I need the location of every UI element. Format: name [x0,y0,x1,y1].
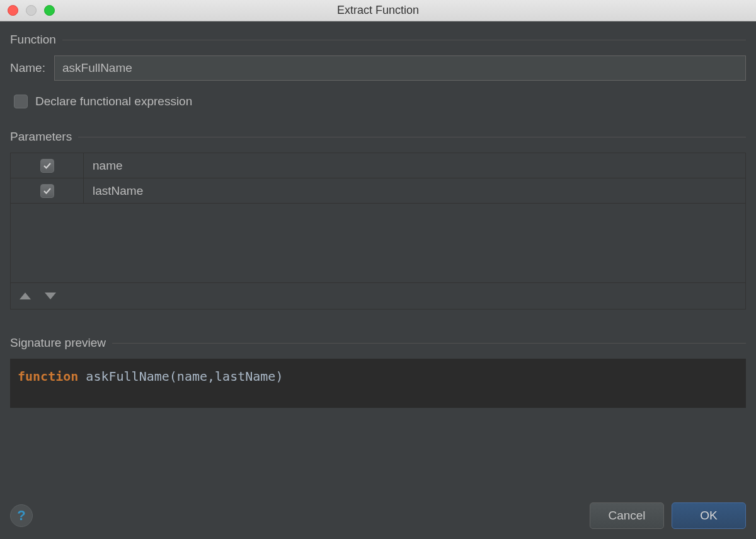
help-button[interactable]: ? [10,504,33,527]
section-divider [78,137,746,137]
signature-preview: function askFullName(name,lastName) [10,359,746,408]
signature-keyword: function [18,369,78,384]
cancel-button-label: Cancel [608,509,645,523]
cancel-button[interactable]: Cancel [590,502,664,529]
window-title: Extract Function [0,4,756,17]
name-label: Name: [10,61,45,75]
parameter-row[interactable]: lastName [11,178,745,204]
check-icon [42,161,52,171]
check-icon [42,186,52,196]
parameters-section-header: Parameters [10,130,746,144]
parameter-checkbox[interactable] [40,184,54,198]
window-minimize-button[interactable] [26,5,37,16]
section-divider [112,343,746,344]
parameters-section-label: Parameters [10,130,72,144]
signature-section-label: Signature preview [10,336,106,350]
parameter-name: lastName [84,178,745,203]
declare-functional-checkbox[interactable] [14,95,28,108]
ok-button[interactable]: OK [672,502,746,529]
section-divider [62,40,746,40]
function-section-header: Function [10,33,746,47]
name-input[interactable] [54,55,746,81]
titlebar: Extract Function [0,0,756,21]
ok-button-label: OK [700,509,717,523]
move-down-icon[interactable] [45,293,56,299]
window-zoom-button[interactable] [44,5,55,16]
parameters-table: name lastName [10,153,746,310]
window-close-button[interactable] [8,5,18,16]
parameter-checkbox[interactable] [40,159,54,173]
move-up-icon[interactable] [20,293,31,299]
declare-functional-label: Declare functional expression [35,95,192,108]
signature-rest: askFullName(name,lastName) [78,369,283,384]
function-section-label: Function [10,33,56,47]
parameter-name: name [84,153,745,178]
parameter-row[interactable]: name [11,153,745,178]
help-icon: ? [17,507,25,524]
signature-section-header: Signature preview [10,336,746,350]
parameters-toolbar [11,282,745,309]
